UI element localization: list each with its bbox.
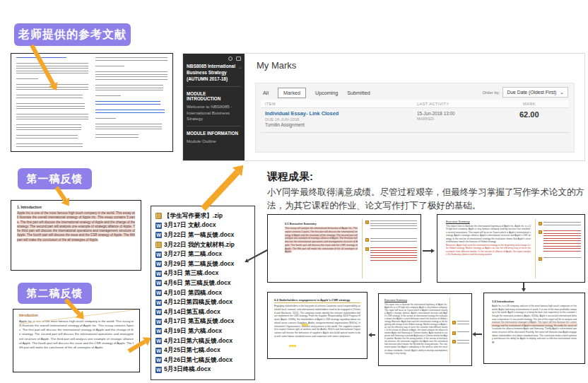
comment-icon (539, 222, 542, 225)
arrow-cluster-down (522, 282, 526, 292)
draft-file-list: 【学生写作要求】.zip W 3月17日 文献.docx W 3月22日 第一稿… (151, 206, 255, 380)
page-title: My Marks (257, 60, 296, 71)
file-list-item[interactable]: W 4月10日 第四稿.docx (155, 288, 251, 298)
word-file-icon: W (155, 338, 162, 344)
tab-marked[interactable]: Marked (278, 88, 306, 98)
lms-sidebar: NBS8085 International Business Strategy … (183, 54, 245, 160)
tab-submitted[interactable]: Submitted (347, 90, 370, 96)
file-list-item[interactable]: W 4月14日第五稿.docx (155, 307, 251, 317)
yellow-highlight (302, 324, 308, 326)
file-list-item[interactable]: 3月22日 我的文献材料.zip (155, 240, 251, 250)
file-list-item[interactable]: W 4月25日第七稿.docx (155, 346, 251, 355)
course-title: NBS8085 International Business Strategy … (187, 64, 241, 82)
word-file-icon: W (155, 357, 162, 363)
assignment-link[interactable]: Individual Essay- Link Closed (265, 110, 339, 117)
comment-icon (365, 238, 369, 242)
home-icon[interactable]: ⌂ (238, 64, 241, 70)
comment-icon (452, 321, 456, 324)
order-by-select[interactable]: Due Date (Oldest First) ⌄ (502, 87, 568, 98)
cluster-doc-exec-summary-3: Executive Summary This report tries to i… (378, 293, 472, 366)
file-list-item[interactable]: W 3月22日 第一稿反馈.docx (155, 230, 251, 240)
file-list-item[interactable]: W 3月17日 文献.docx (155, 221, 251, 231)
status-badge: MARKED (417, 117, 434, 121)
assignment-due: DUE 16-JUN-2018 (265, 117, 299, 122)
file-list-item[interactable]: W 4月3日 第三稿.docx (155, 269, 251, 279)
file-list-item[interactable]: W 4月12日第四稿反馈.docx (155, 297, 251, 307)
assignment-type: Turnitin Assignment (265, 122, 305, 127)
file-list-item[interactable]: 【学生写作要求】.zip (155, 211, 251, 221)
marks-tabs: AllMarkedUpcomingSubmitted (263, 88, 370, 98)
order-by-label: Order by: (482, 90, 500, 95)
file-list-item[interactable]: W 3月27日 第二稿.docx (155, 249, 251, 259)
word-file-icon: W (155, 367, 162, 373)
draft1-feedback-document: 1. Introduction Apple Inc is one of the … (11, 200, 141, 271)
file-list-item[interactable]: W 4月26日第七稿反馈.docx (155, 355, 251, 365)
file-list-item[interactable]: W 4月19日 第六稿.docx (155, 326, 251, 336)
highlighted-paragraph: Apple Inc is one of the most famous high… (17, 211, 135, 242)
file-list-item[interactable]: W 4月6日 第三稿反馈.docx (155, 278, 251, 288)
file-list-item[interactable]: W 3月29日 第二稿反馈.docx (155, 259, 251, 269)
comment-margin (363, 215, 421, 282)
word-file-icon: W (155, 290, 162, 296)
col-last-activity: LAST ACTIVITY (417, 102, 449, 106)
arrow-cluster-right (423, 249, 435, 253)
sidebar-section-header: MODULE INTRODUCTION (187, 91, 241, 101)
comment-icon (365, 247, 369, 251)
word-file-icon: W (155, 328, 162, 334)
tab-upcoming[interactable]: Upcoming (315, 90, 338, 96)
outcome-body: 小Y同学最终取得满意成绩。尽管过程艰辛，但最终学习掌握了写作学术论文的方法，为其… (267, 186, 587, 213)
comment-icon (539, 230, 542, 234)
word-file-icon: W (155, 280, 162, 286)
sidebar-section-header: MODULE INFORMATION (187, 131, 241, 136)
lms-screenshot: NBS8085 International Business Strategy … (182, 53, 585, 161)
word-file-icon: W (155, 309, 162, 315)
sidebar-item[interactable]: Module Outline (187, 139, 241, 144)
zip-file-icon (155, 242, 162, 248)
word-file-icon: W (155, 252, 162, 258)
comment-icon (452, 331, 456, 335)
mark-value: 62.00 (519, 110, 539, 119)
comment-margin (536, 215, 584, 282)
search-icon[interactable] (228, 57, 233, 61)
tab-all[interactable]: All (263, 90, 269, 96)
tracked-changes-text: Moreover, Apple had used the internation… (446, 244, 531, 257)
col-mark: MARK (523, 102, 536, 106)
file-list-item[interactable]: W 5月3日终稿.docx (155, 365, 251, 375)
last-activity-value: 15-Jun-2018 13:00 (417, 111, 455, 116)
chevron-down-icon: ⌄ (560, 90, 564, 95)
word-file-icon: W (155, 232, 162, 238)
comment-icon (539, 257, 542, 261)
infographic-canvas: { "colors": { "accent_orange": "#F4A629"… (0, 0, 588, 383)
sidebar-item[interactable]: Welcome to NBS8085 - International Busin… (187, 104, 241, 122)
marks-panel: AllMarkedUpcomingSubmitted Order by: Due… (255, 83, 575, 153)
label-first-draft-feedback: 第一稿反馈 (18, 168, 92, 189)
outcome-heading: 课程成果: (267, 170, 587, 184)
column-headers: ITEM LAST ACTIVITY MARK (261, 100, 569, 108)
cluster-doc-exec-summary-2: Executive Summary This report tries to i… (437, 214, 585, 283)
reference-column-right (95, 57, 167, 148)
col-item: ITEM (265, 102, 276, 106)
word-file-icon: W (155, 348, 162, 354)
reference-column-left (16, 57, 88, 148)
label-teacher-references: 老师提供的参考文献 (14, 23, 131, 46)
file-list-item[interactable]: W 4月17日 第五稿反馈.docx (155, 317, 251, 327)
cluster-doc-introduction: 1.0 Introduction Apple Inc is a US compa… (483, 293, 585, 364)
arrow-cluster-left-1 (368, 333, 375, 337)
word-file-icon: W (155, 319, 162, 325)
lms-main: My Marks AllMarkedUpcomingSubmitted Orde… (245, 54, 584, 160)
cluster-doc-stakeholders: 6.2 Stakeholders engagement in Apple's C… (267, 292, 368, 359)
comment-icon (452, 340, 456, 343)
file-list-item[interactable]: W 4月21日第六稿反馈.docx (155, 336, 251, 346)
label-second-draft-feedback: 第二稿反馈 (18, 283, 92, 304)
folder-icon[interactable] (236, 57, 241, 61)
course-outcome: 课程成果: 小Y同学最终取得满意成绩。尽管过程艰辛，但最终学习掌握了写作学术论文… (267, 170, 587, 213)
zip-file-icon (155, 213, 162, 219)
arrow-cluster-left-2 (472, 332, 482, 336)
cluster-doc-exec-summary-1: 0.1 Executive Summary This essay will an… (267, 214, 421, 283)
word-file-icon: W (155, 223, 162, 229)
word-file-icon: W (155, 271, 162, 277)
yellow-highlight (289, 345, 296, 347)
reference-list-document (11, 53, 173, 152)
comment-icon (365, 220, 369, 224)
comment-margin (450, 294, 471, 365)
